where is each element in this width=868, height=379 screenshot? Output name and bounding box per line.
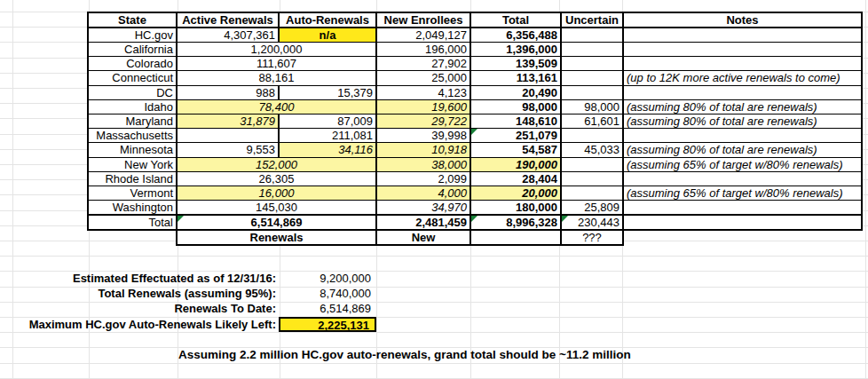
- value-cell[interactable]: 98,000: [470, 99, 561, 114]
- state-cell[interactable]: DC: [88, 85, 177, 99]
- value-cell[interactable]: [623, 28, 862, 43]
- value-cell[interactable]: 38,000: [376, 157, 470, 171]
- value-cell[interactable]: [623, 57, 862, 71]
- value-cell[interactable]: 26,305: [177, 171, 376, 186]
- value-cell[interactable]: 61,601: [561, 114, 623, 128]
- state-cell[interactable]: Maryland: [88, 114, 177, 128]
- value-cell[interactable]: 139,509: [470, 57, 561, 71]
- value-cell[interactable]: 180,000: [470, 201, 561, 216]
- value-cell[interactable]: [561, 186, 623, 200]
- value-cell[interactable]: 16,000: [177, 186, 376, 200]
- value-cell[interactable]: 45,033: [561, 143, 623, 157]
- state-cell[interactable]: New York: [88, 157, 177, 171]
- value-cell[interactable]: 152,000: [177, 157, 376, 171]
- value-cell[interactable]: [561, 171, 623, 186]
- value-cell[interactable]: [561, 157, 623, 171]
- state-cell[interactable]: Idaho: [88, 99, 177, 114]
- state-cell[interactable]: Connecticut: [88, 71, 177, 85]
- value-cell[interactable]: 2,481,459: [376, 215, 470, 230]
- value-cell[interactable]: (assuming 65% of target w/80% renewals): [623, 186, 862, 200]
- column-header[interactable]: Active Renewals: [177, 12, 279, 28]
- column-header[interactable]: Uncertain: [561, 12, 623, 28]
- summary-value[interactable]: 9,200,000: [279, 271, 376, 286]
- value-cell[interactable]: 20,490: [470, 85, 561, 99]
- value-cell[interactable]: 15,379: [279, 85, 376, 99]
- state-cell[interactable]: Washington: [88, 201, 177, 216]
- value-cell[interactable]: 8,996,328: [470, 215, 561, 230]
- state-cell[interactable]: Colorado: [88, 57, 177, 71]
- value-cell[interactable]: Renewals: [177, 230, 376, 245]
- value-cell[interactable]: [623, 129, 862, 143]
- value-cell[interactable]: 34,970: [376, 201, 470, 216]
- summary-label[interactable]: Estimated Effectuated as of 12/31/16:: [0, 272, 279, 285]
- value-cell[interactable]: 196,000: [376, 43, 470, 57]
- value-cell[interactable]: 1,200,000: [177, 43, 376, 57]
- summary-label[interactable]: Maximum HC.gov Auto-Renewals Likely Left…: [0, 318, 279, 331]
- value-cell[interactable]: 19,600: [376, 99, 470, 114]
- state-cell[interactable]: Vermont: [88, 186, 177, 200]
- state-cell[interactable]: HC.gov: [88, 28, 177, 43]
- value-cell[interactable]: [623, 215, 862, 230]
- value-cell[interactable]: (assuming 80% of total are renewals): [623, 114, 862, 128]
- value-cell[interactable]: 54,587: [470, 143, 561, 157]
- value-cell[interactable]: (assuming 80% of total are renewals): [623, 143, 862, 157]
- value-cell[interactable]: 988: [177, 85, 279, 99]
- value-cell[interactable]: 148,610: [470, 114, 561, 128]
- grand-total-note[interactable]: Assuming 2.2 million HC.gov auto-renewal…: [178, 347, 631, 362]
- state-cell[interactable]: Rhode Island: [88, 171, 177, 186]
- value-cell[interactable]: [561, 28, 623, 43]
- value-cell[interactable]: 27,902: [376, 57, 470, 71]
- value-cell[interactable]: [561, 71, 623, 85]
- value-cell[interactable]: 4,307,361: [177, 28, 279, 43]
- value-cell[interactable]: (up to 12K more active renewals to come): [623, 71, 862, 85]
- value-cell[interactable]: 6,514,869: [177, 215, 376, 230]
- value-cell[interactable]: 1,396,000: [470, 43, 561, 57]
- value-cell[interactable]: 251,079: [470, 129, 561, 143]
- summary-label[interactable]: Renewals To Date:: [0, 302, 279, 315]
- value-cell[interactable]: 28,404: [470, 171, 561, 186]
- value-cell[interactable]: 2,099: [376, 171, 470, 186]
- value-cell[interactable]: n/a: [279, 28, 376, 43]
- value-cell[interactable]: [623, 85, 862, 99]
- value-cell[interactable]: [561, 85, 623, 99]
- value-cell[interactable]: 87,009: [279, 114, 376, 128]
- value-cell[interactable]: 2,049,127: [376, 28, 470, 43]
- value-cell[interactable]: 190,000: [470, 157, 561, 171]
- column-header[interactable]: New Enrollees: [376, 12, 470, 28]
- value-cell[interactable]: 39,998: [376, 129, 470, 143]
- value-cell[interactable]: New: [376, 230, 470, 245]
- value-cell[interactable]: [561, 43, 623, 57]
- value-cell[interactable]: 25,809: [561, 201, 623, 216]
- value-cell[interactable]: [470, 230, 561, 245]
- value-cell[interactable]: 25,000: [376, 71, 470, 85]
- value-cell[interactable]: (assuming 65% of target w/80% renewals): [623, 157, 862, 171]
- value-cell[interactable]: 211,081: [279, 129, 376, 143]
- value-cell[interactable]: 111,607: [177, 57, 376, 71]
- column-header[interactable]: State: [88, 12, 177, 28]
- value-cell[interactable]: [623, 43, 862, 57]
- value-cell[interactable]: 10,918: [376, 143, 470, 157]
- value-cell[interactable]: 20,000: [470, 186, 561, 200]
- value-cell[interactable]: 145,030: [177, 201, 376, 216]
- highlighted-total-cell[interactable]: 2,225,131: [279, 317, 376, 332]
- state-cell[interactable]: California: [88, 43, 177, 57]
- summary-value[interactable]: 8,740,000: [279, 286, 376, 301]
- column-header[interactable]: Auto-Renewals: [279, 12, 376, 28]
- value-cell[interactable]: [561, 57, 623, 71]
- state-cell[interactable]: Minnesota: [88, 143, 177, 157]
- state-cell[interactable]: Massachusetts: [88, 129, 177, 143]
- value-cell[interactable]: 6,356,488: [470, 28, 561, 43]
- value-cell[interactable]: 78,400: [177, 99, 376, 114]
- value-cell[interactable]: 9,553: [177, 143, 279, 157]
- value-cell[interactable]: 4,000: [376, 186, 470, 200]
- value-cell[interactable]: 4,123: [376, 85, 470, 99]
- state-cell[interactable]: Total: [88, 215, 177, 230]
- summary-label[interactable]: Total Renewals (assuming 95%):: [0, 287, 279, 300]
- summary-value[interactable]: 6,514,869: [279, 301, 376, 316]
- column-header[interactable]: Total: [470, 12, 561, 28]
- value-cell[interactable]: 230,443: [561, 215, 623, 230]
- value-cell[interactable]: 113,161: [470, 71, 561, 85]
- value-cell[interactable]: 34,116: [279, 143, 376, 157]
- value-cell[interactable]: (assuming 80% of total are renewals): [623, 99, 862, 114]
- value-cell[interactable]: 29,722: [376, 114, 470, 128]
